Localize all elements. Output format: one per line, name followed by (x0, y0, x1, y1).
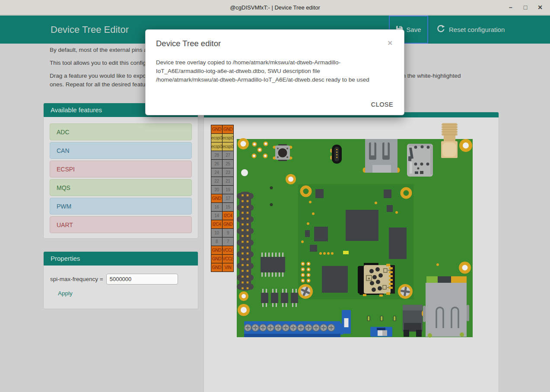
pin-cell-ecspi1[interactable]: ecspi1 (211, 142, 223, 151)
pin-cell-24[interactable]: 24 (211, 168, 223, 177)
save-button-label: Save (406, 26, 421, 33)
available-features-panel: Available features ADCCANECSPIMQSPWMUART (43, 103, 198, 239)
pin-cell-23[interactable]: 23 (223, 168, 234, 177)
pin-row: 14I2C4 (211, 212, 234, 220)
modal-close-x-icon[interactable]: ✕ (387, 39, 393, 47)
modal-title: Device Tree editor (156, 39, 221, 48)
pin-cell-gnd[interactable]: GND (211, 263, 223, 272)
spi-max-frequency-input[interactable] (106, 274, 178, 285)
pin-cell-gnd[interactable]: GND (211, 246, 223, 255)
pin-row: 109 (211, 229, 234, 237)
pin-row: 2625 (211, 160, 234, 168)
feature-item-ecspi[interactable]: ECSPI (50, 161, 192, 177)
window-title: @cgDISVMfxT:- | Device Tree editor (0, 0, 550, 15)
pin-cell-vin[interactable]: VIN (223, 263, 234, 272)
modal-dialog: Device Tree editor ✕ Device tree overlay… (145, 29, 404, 115)
properties-heading: Properties (44, 252, 198, 266)
pin-row: 87 (211, 237, 234, 246)
pin-cell-17[interactable]: 17 (223, 194, 234, 203)
microsd-slot-icon (358, 263, 395, 297)
pin-cell-26[interactable]: 26 (211, 160, 223, 168)
pin-cell-ecspi1[interactable]: ecspi1 (211, 134, 223, 142)
pin-cell-ecspi1[interactable]: ecspi1 (223, 134, 234, 142)
usb-a-port-icon (363, 139, 400, 173)
pin-cell-28[interactable]: 28 (211, 151, 223, 160)
pin-cell-gnd[interactable]: GND (211, 125, 223, 134)
minimize-icon[interactable]: – (503, 0, 518, 15)
pin-cell-gnd[interactable]: GND (211, 194, 223, 203)
pin-cell-25[interactable]: 25 (223, 160, 234, 168)
pin-cell-16[interactable]: 16 (211, 203, 223, 212)
pin-header-icon (237, 192, 254, 291)
pin-row: 2827 (211, 151, 234, 160)
pin-cell-9[interactable]: 9 (223, 229, 234, 237)
feature-item-uart[interactable]: UART (50, 216, 192, 233)
pin-cell-gnd[interactable]: GND (211, 255, 223, 263)
pin-cell-22[interactable]: 22 (211, 177, 223, 186)
close-icon[interactable]: ✕ (533, 0, 547, 15)
reset-button-label: Reset configuration (449, 26, 505, 33)
pin-cell-8[interactable]: 8 (211, 237, 223, 246)
pin-row: GNDVCC(+ (211, 246, 234, 255)
feature-list: ADCCANECSPIMQSPWMUART (44, 117, 198, 233)
led-icon (343, 251, 349, 254)
properties-panel: Properties spi-max-frequency = Apply (43, 251, 198, 309)
som-module (298, 184, 413, 299)
pin-row: GNDGND (211, 125, 234, 134)
pin-cell-27[interactable]: 27 (223, 151, 234, 160)
pin-cell-vcc[interactable]: VCC(+ (223, 255, 234, 263)
pin-cell-i2c4[interactable]: I2C4 (211, 220, 223, 229)
modal-message: Device tree overlay copied to /home/atma… (156, 58, 396, 84)
reset-configuration-button[interactable]: Reset configuration (429, 16, 512, 44)
modal-close-button[interactable]: CLOSE (371, 101, 393, 108)
slide-switch-icon (342, 310, 351, 334)
maximize-icon[interactable]: □ (518, 0, 533, 15)
pin-row: ecspi1ecspi1 (211, 134, 234, 142)
pin-row: 1615 (211, 203, 234, 212)
pin-cell-vcc[interactable]: VCC(+ (223, 246, 234, 255)
pin-cell-gnd[interactable]: GND (223, 125, 234, 134)
refresh-icon (436, 25, 445, 35)
push-button-icon (273, 144, 292, 161)
pin-cell-i2c4[interactable]: I2C4 (223, 212, 234, 220)
spi-max-frequency-label: spi-max-frequency = (50, 276, 103, 282)
pin-row: 2221 (211, 177, 234, 186)
sim-card-slot-icon (407, 144, 433, 177)
pin-cell-19[interactable]: 19 (223, 186, 234, 194)
pin-row: I2C4GND (211, 220, 234, 229)
pin-row: 2019 (211, 186, 234, 194)
pin-cell-7[interactable]: 7 (223, 237, 234, 246)
apply-link[interactable]: Apply (58, 290, 73, 297)
pin-cell-ecspi1[interactable]: ecspi1 (223, 142, 234, 151)
window-controls: – □ ✕ (503, 0, 547, 15)
pin-row: GNDVCC(+ (211, 255, 234, 263)
dip-switch-icon (370, 327, 392, 337)
pin-row: GND17 (211, 194, 234, 203)
ethernet-port-icon (423, 276, 469, 338)
feature-item-can[interactable]: CAN (50, 142, 192, 159)
page-title: Device Tree Editor (51, 16, 129, 44)
pin-row: GNDVIN (211, 263, 234, 272)
feature-item-adc[interactable]: ADC (50, 123, 192, 140)
pin-row: ecspi1ecspi1 (211, 142, 234, 151)
pin-cell-21[interactable]: 21 (223, 177, 234, 186)
pin-cell-10[interactable]: 10 (211, 229, 223, 237)
device-tree-editor-app: { "window": { "title": "@cgDISVMfxT:- | … (0, 0, 550, 392)
pin-table: GNDGNDecspi1ecspi1ecspi1ecspi12827262524… (211, 125, 234, 272)
pin-row: 2423 (211, 168, 234, 177)
feature-item-pwm[interactable]: PWM (50, 198, 192, 215)
terminal-block-icon (244, 321, 343, 337)
window-titlebar[interactable]: @cgDISVMfxT:- | Device Tree editor – □ ✕ (0, 0, 550, 15)
circuit-board-image (237, 120, 473, 339)
pin-cell-20[interactable]: 20 (211, 186, 223, 194)
pin-cell-15[interactable]: 15 (223, 203, 234, 212)
pin-cell-gnd[interactable]: GND (223, 220, 234, 229)
pin-cell-14[interactable]: 14 (211, 212, 223, 220)
feature-item-mqs[interactable]: MQS (50, 179, 192, 196)
